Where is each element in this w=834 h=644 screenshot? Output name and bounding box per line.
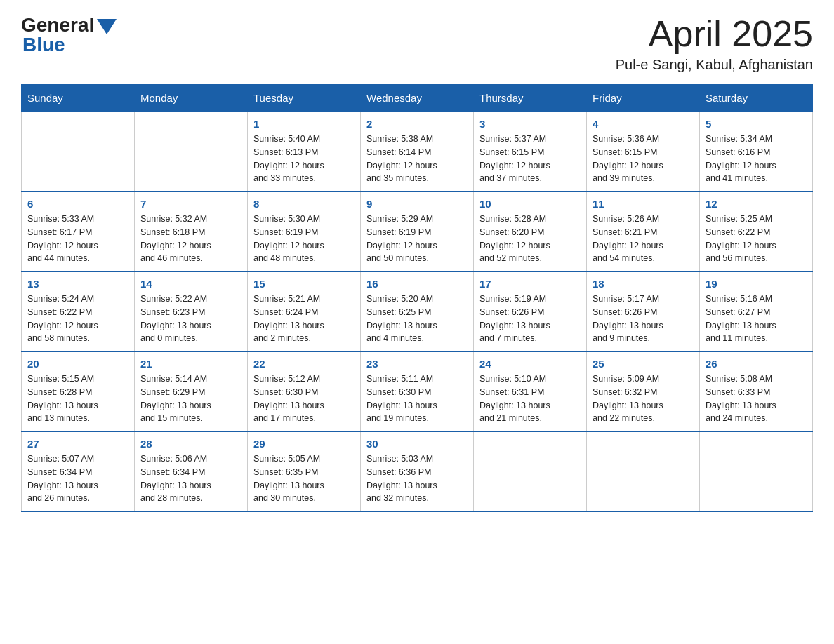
day-number: 3: [479, 118, 581, 130]
calendar-cell: [22, 112, 135, 192]
day-number: 21: [140, 358, 241, 370]
day-info: Sunrise: 5:24 AM Sunset: 6:22 PM Dayligh…: [27, 293, 128, 345]
calendar-cell: [587, 431, 700, 511]
day-info: Sunrise: 5:03 AM Sunset: 6:36 PM Dayligh…: [366, 452, 468, 505]
day-number: 25: [593, 358, 694, 370]
day-info: Sunrise: 5:25 AM Sunset: 6:22 PM Dayligh…: [706, 213, 807, 265]
day-info: Sunrise: 5:05 AM Sunset: 6:35 PM Dayligh…: [253, 452, 355, 505]
day-info: Sunrise: 5:21 AM Sunset: 6:24 PM Dayligh…: [253, 293, 355, 345]
day-info: Sunrise: 5:38 AM Sunset: 6:14 PM Dayligh…: [366, 133, 468, 185]
day-number: 7: [140, 198, 241, 210]
day-number: 4: [593, 118, 694, 130]
day-number: 6: [27, 198, 128, 210]
calendar-cell: 1Sunrise: 5:40 AM Sunset: 6:13 PM Daylig…: [248, 112, 361, 192]
day-number: 23: [366, 358, 468, 370]
day-number: 17: [479, 278, 581, 290]
calendar-cell: 15Sunrise: 5:21 AM Sunset: 6:24 PM Dayli…: [248, 271, 361, 351]
calendar-cell: 4Sunrise: 5:36 AM Sunset: 6:15 PM Daylig…: [587, 112, 700, 192]
calendar-cell: 5Sunrise: 5:34 AM Sunset: 6:16 PM Daylig…: [700, 112, 813, 192]
logo: General Blue: [21, 14, 117, 56]
calendar-table: SundayMondayTuesdayWednesdayThursdayFrid…: [21, 84, 813, 512]
calendar-cell: 13Sunrise: 5:24 AM Sunset: 6:22 PM Dayli…: [22, 271, 135, 351]
day-info: Sunrise: 5:17 AM Sunset: 6:26 PM Dayligh…: [593, 293, 694, 345]
calendar-cell: 16Sunrise: 5:20 AM Sunset: 6:25 PM Dayli…: [361, 271, 474, 351]
calendar-cell: 12Sunrise: 5:25 AM Sunset: 6:22 PM Dayli…: [700, 192, 813, 271]
month-title: April 2025: [616, 14, 813, 54]
calendar-cell: 24Sunrise: 5:10 AM Sunset: 6:31 PM Dayli…: [474, 351, 587, 431]
calendar-cell: [474, 431, 587, 511]
location-text: Pul-e Sangi, Kabul, Afghanistan: [616, 57, 813, 73]
calendar-cell: 14Sunrise: 5:22 AM Sunset: 6:23 PM Dayli…: [135, 271, 248, 351]
calendar-cell: 20Sunrise: 5:15 AM Sunset: 6:28 PM Dayli…: [22, 351, 135, 431]
calendar-header: SundayMondayTuesdayWednesdayThursdayFrid…: [22, 85, 813, 112]
day-info: Sunrise: 5:07 AM Sunset: 6:34 PM Dayligh…: [27, 452, 128, 505]
day-info: Sunrise: 5:06 AM Sunset: 6:34 PM Dayligh…: [140, 452, 241, 505]
day-info: Sunrise: 5:09 AM Sunset: 6:32 PM Dayligh…: [593, 373, 694, 425]
calendar-cell: 28Sunrise: 5:06 AM Sunset: 6:34 PM Dayli…: [135, 431, 248, 511]
calendar-cell: 18Sunrise: 5:17 AM Sunset: 6:26 PM Dayli…: [587, 271, 700, 351]
calendar-cell: 26Sunrise: 5:08 AM Sunset: 6:33 PM Dayli…: [700, 351, 813, 431]
day-info: Sunrise: 5:10 AM Sunset: 6:31 PM Dayligh…: [479, 373, 581, 425]
day-info: Sunrise: 5:22 AM Sunset: 6:23 PM Dayligh…: [140, 293, 241, 345]
logo-triangle-icon: [97, 19, 117, 34]
calendar-cell: 25Sunrise: 5:09 AM Sunset: 6:32 PM Dayli…: [587, 351, 700, 431]
calendar-cell: 29Sunrise: 5:05 AM Sunset: 6:35 PM Dayli…: [248, 431, 361, 511]
day-number: 9: [366, 198, 468, 210]
calendar-cell: 23Sunrise: 5:11 AM Sunset: 6:30 PM Dayli…: [361, 351, 474, 431]
day-number: 16: [366, 278, 468, 290]
day-number: 22: [253, 358, 355, 370]
day-number: 29: [253, 438, 355, 450]
calendar-week-row: 20Sunrise: 5:15 AM Sunset: 6:28 PM Dayli…: [22, 351, 813, 431]
calendar-cell: 27Sunrise: 5:07 AM Sunset: 6:34 PM Dayli…: [22, 431, 135, 511]
calendar-cell: 2Sunrise: 5:38 AM Sunset: 6:14 PM Daylig…: [361, 112, 474, 192]
title-section: April 2025 Pul-e Sangi, Kabul, Afghanist…: [616, 14, 813, 73]
day-info: Sunrise: 5:26 AM Sunset: 6:21 PM Dayligh…: [593, 213, 694, 265]
calendar-cell: 7Sunrise: 5:32 AM Sunset: 6:18 PM Daylig…: [135, 192, 248, 271]
calendar-cell: [135, 112, 248, 192]
calendar-cell: 17Sunrise: 5:19 AM Sunset: 6:26 PM Dayli…: [474, 271, 587, 351]
day-number: 20: [27, 358, 128, 370]
day-number: 19: [706, 278, 807, 290]
day-info: Sunrise: 5:34 AM Sunset: 6:16 PM Dayligh…: [706, 133, 807, 185]
day-info: Sunrise: 5:08 AM Sunset: 6:33 PM Dayligh…: [706, 373, 807, 425]
calendar-week-row: 13Sunrise: 5:24 AM Sunset: 6:22 PM Dayli…: [22, 271, 813, 351]
page-header: General Blue April 2025 Pul-e Sangi, Kab…: [21, 14, 813, 73]
calendar-cell: 30Sunrise: 5:03 AM Sunset: 6:36 PM Dayli…: [361, 431, 474, 511]
day-number: 15: [253, 278, 355, 290]
calendar-week-row: 1Sunrise: 5:40 AM Sunset: 6:13 PM Daylig…: [22, 112, 813, 192]
calendar-body: 1Sunrise: 5:40 AM Sunset: 6:13 PM Daylig…: [22, 112, 813, 511]
day-info: Sunrise: 5:20 AM Sunset: 6:25 PM Dayligh…: [366, 293, 468, 345]
calendar-cell: 8Sunrise: 5:30 AM Sunset: 6:19 PM Daylig…: [248, 192, 361, 271]
day-number: 8: [253, 198, 355, 210]
day-number: 27: [27, 438, 128, 450]
day-info: Sunrise: 5:33 AM Sunset: 6:17 PM Dayligh…: [27, 213, 128, 265]
day-number: 24: [479, 358, 581, 370]
day-number: 5: [706, 118, 807, 130]
weekday-header-thursday: Thursday: [474, 85, 587, 112]
day-info: Sunrise: 5:19 AM Sunset: 6:26 PM Dayligh…: [479, 293, 581, 345]
day-number: 18: [593, 278, 694, 290]
weekday-header-monday: Monday: [135, 85, 248, 112]
day-info: Sunrise: 5:14 AM Sunset: 6:29 PM Dayligh…: [140, 373, 241, 425]
day-number: 14: [140, 278, 241, 290]
calendar-cell: 21Sunrise: 5:14 AM Sunset: 6:29 PM Dayli…: [135, 351, 248, 431]
day-number: 12: [706, 198, 807, 210]
calendar-cell: 6Sunrise: 5:33 AM Sunset: 6:17 PM Daylig…: [22, 192, 135, 271]
calendar-cell: 10Sunrise: 5:28 AM Sunset: 6:20 PM Dayli…: [474, 192, 587, 271]
day-number: 10: [479, 198, 581, 210]
day-number: 1: [253, 118, 355, 130]
weekday-header-row: SundayMondayTuesdayWednesdayThursdayFrid…: [22, 85, 813, 112]
day-number: 28: [140, 438, 241, 450]
weekday-header-wednesday: Wednesday: [361, 85, 474, 112]
day-info: Sunrise: 5:15 AM Sunset: 6:28 PM Dayligh…: [27, 373, 128, 425]
weekday-header-sunday: Sunday: [22, 85, 135, 112]
weekday-header-saturday: Saturday: [700, 85, 813, 112]
day-info: Sunrise: 5:12 AM Sunset: 6:30 PM Dayligh…: [253, 373, 355, 425]
weekday-header-friday: Friday: [587, 85, 700, 112]
calendar-cell: 3Sunrise: 5:37 AM Sunset: 6:15 PM Daylig…: [474, 112, 587, 192]
day-number: 13: [27, 278, 128, 290]
calendar-cell: 9Sunrise: 5:29 AM Sunset: 6:19 PM Daylig…: [361, 192, 474, 271]
weekday-header-tuesday: Tuesday: [248, 85, 361, 112]
calendar-cell: [700, 431, 813, 511]
calendar-cell: 22Sunrise: 5:12 AM Sunset: 6:30 PM Dayli…: [248, 351, 361, 431]
